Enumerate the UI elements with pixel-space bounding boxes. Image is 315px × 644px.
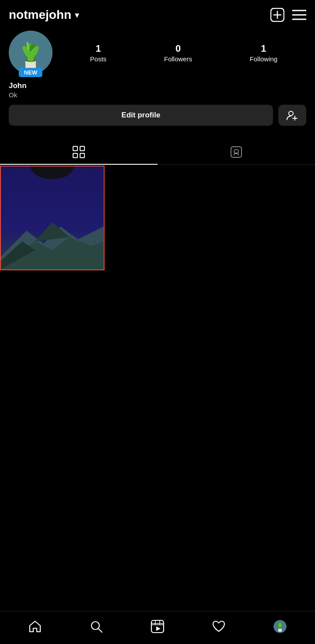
profile-name: John: [9, 81, 306, 90]
posts-count: 1: [95, 43, 101, 54]
post-image: [1, 166, 104, 269]
svg-rect-20: [73, 153, 77, 158]
reels-icon: [150, 619, 164, 633]
menu-button[interactable]: [292, 10, 306, 20]
chevron-down-icon[interactable]: ▾: [75, 10, 79, 20]
svg-rect-21: [80, 153, 84, 158]
profile-nav-icon: [273, 620, 287, 633]
add-friend-icon: [286, 110, 298, 120]
home-icon: [28, 619, 42, 633]
nav-home[interactable]: [24, 618, 46, 635]
heart-icon: [212, 619, 226, 633]
followers-label: Followers: [164, 55, 192, 63]
menu-icon: [292, 10, 306, 20]
profile-actions: Edit profile: [9, 105, 306, 126]
nav-reels[interactable]: [147, 618, 168, 635]
svg-rect-18: [73, 146, 77, 151]
profile-bio: Ok: [9, 91, 306, 99]
followers-stat[interactable]: 0 Followers: [164, 43, 192, 63]
add-post-icon: [270, 8, 284, 22]
username-label[interactable]: notmejohn: [9, 8, 71, 22]
add-friend-button[interactable]: [278, 105, 306, 126]
svg-rect-40: [278, 629, 282, 632]
search-icon: [89, 619, 103, 633]
header-right: [270, 8, 306, 22]
svg-marker-36: [156, 626, 161, 631]
following-count: 1: [261, 43, 266, 54]
svg-rect-32: [151, 620, 164, 633]
header: notmejohn ▾: [0, 0, 315, 26]
svg-line-31: [98, 629, 102, 632]
bottom-nav: [0, 611, 315, 644]
posts-grid: [0, 166, 315, 270]
nav-profile[interactable]: [269, 618, 291, 635]
following-stat[interactable]: 1 Following: [250, 43, 277, 63]
svg-rect-19: [80, 146, 84, 151]
posts-label: Posts: [90, 55, 107, 63]
profile-top: NEW 1 Posts 0 Followers 1 Following: [9, 31, 306, 74]
post-thumbnail[interactable]: [0, 166, 105, 270]
stats-row: 1 Posts 0 Followers 1 Following: [61, 43, 306, 63]
following-label: Following: [250, 55, 277, 63]
tab-grid[interactable]: [0, 140, 158, 164]
nav-activity[interactable]: [208, 618, 230, 635]
svg-rect-33: [151, 623, 164, 625]
tab-tagged[interactable]: [158, 140, 315, 164]
tagged-icon: [230, 146, 242, 158]
svg-point-15: [289, 111, 293, 116]
posts-stat[interactable]: 1 Posts: [90, 43, 107, 63]
nav-search[interactable]: [85, 618, 107, 635]
svg-rect-22: [231, 147, 242, 157]
header-left: notmejohn ▾: [9, 8, 79, 22]
add-post-button[interactable]: [270, 8, 284, 22]
avatar-wrap: NEW: [9, 31, 52, 74]
grid-icon: [73, 146, 85, 158]
svg-point-39: [278, 623, 282, 628]
new-badge: NEW: [19, 68, 42, 77]
tabs: [0, 140, 315, 165]
profile-section: NEW 1 Posts 0 Followers 1 Following John…: [0, 26, 315, 133]
followers-count: 0: [175, 43, 181, 54]
edit-profile-button[interactable]: Edit profile: [9, 105, 273, 126]
